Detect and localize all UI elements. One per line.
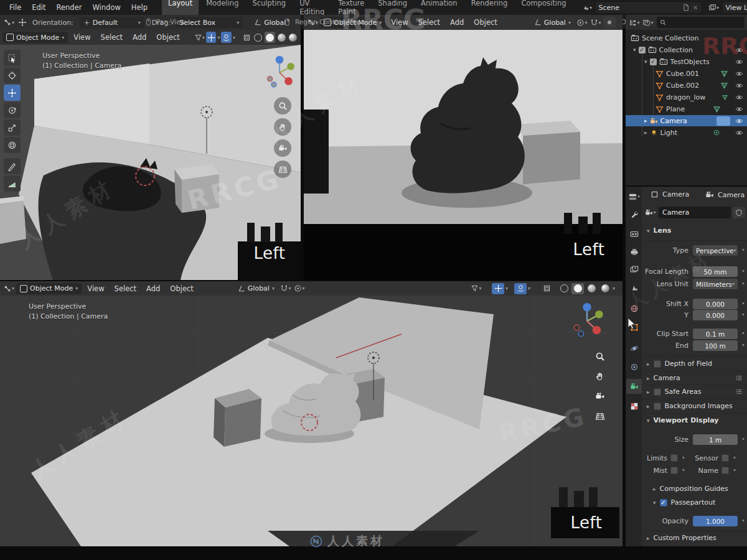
expand-icon[interactable]: ▾: [644, 58, 647, 65]
tab-physics-icon[interactable]: [626, 341, 642, 356]
vp3-snap-icon[interactable]: ▾: [280, 283, 292, 294]
shift-x-field[interactable]: 0.000: [693, 299, 738, 309]
vp3-camera-view-icon[interactable]: [591, 388, 609, 405]
scene-icon[interactable]: ▾: [581, 2, 593, 13]
annotate-tool[interactable]: [4, 158, 21, 174]
outliner-item-cube001[interactable]: Cube.001: [626, 68, 747, 79]
vp3-editor-type-icon[interactable]: ▾: [2, 283, 15, 294]
vp3-shading-solid-icon[interactable]: [571, 283, 584, 294]
tab-view-layer-icon[interactable]: [626, 262, 642, 277]
background-images-checkbox[interactable]: [654, 403, 661, 410]
vp3-mode-dropdown[interactable]: Object Mode▾: [16, 283, 82, 294]
vp3-perspective-toggle-icon[interactable]: [591, 408, 609, 425]
safe-areas-checkbox[interactable]: [654, 388, 661, 396]
vp3-menu-view[interactable]: View: [83, 284, 108, 293]
collection-checkbox[interactable]: ✓: [639, 47, 646, 54]
vp1-navigation-gizmo[interactable]: [261, 54, 298, 90]
clip-end-field[interactable]: 100 m: [693, 340, 738, 351]
shift-y-field[interactable]: 0.000: [693, 310, 738, 320]
vp1-perspective-toggle-icon[interactable]: [274, 161, 291, 178]
outliner-search[interactable]: [657, 17, 745, 28]
clip-start-field[interactable]: 0.1 m: [693, 329, 738, 339]
outliner-item-testobjects[interactable]: ▾ ✓ TestObjects: [626, 56, 747, 67]
camera-datablock-icon[interactable]: ▾: [644, 207, 657, 218]
vp3-zoom-icon[interactable]: [591, 348, 609, 365]
hide-eye-icon[interactable]: [735, 46, 743, 54]
properties-editor-type-icon[interactable]: ▾: [626, 189, 642, 204]
outliner-display-mode-icon[interactable]: ▾: [628, 17, 641, 28]
scene-selector[interactable]: Scene ✕: [595, 1, 702, 14]
viewport1-canvas[interactable]: User Perspective (1) Collection | Camera…: [0, 45, 301, 280]
vp1-camera-view-icon[interactable]: [274, 139, 291, 157]
vp2-transform-space-dropdown[interactable]: Global▾: [530, 17, 575, 28]
viewport2-canvas[interactable]: Left: [304, 30, 622, 280]
vp3-menu-object[interactable]: Object: [166, 284, 197, 293]
limits-checkbox[interactable]: [670, 454, 678, 462]
vp3-select-visibility-icon[interactable]: ▾: [470, 283, 482, 294]
tab-scene-icon[interactable]: [626, 281, 642, 296]
custom-properties-panel[interactable]: ▸Custom Properties: [647, 534, 716, 542]
vp1-mode-dropdown[interactable]: Object Mode▾: [2, 32, 68, 43]
view-layer-selector[interactable]: View Layer ✕: [722, 1, 747, 14]
vp1-shading-rendered-icon[interactable]: [288, 32, 298, 43]
vp3-navigation-gizmo[interactable]: [568, 301, 606, 339]
vp3-pan-icon[interactable]: [591, 368, 609, 385]
vp1-shading-material-icon[interactable]: [276, 32, 287, 43]
datablock-name-field[interactable]: Camera: [659, 207, 731, 218]
hide-eye-icon[interactable]: [735, 105, 743, 113]
tab-tool-icon[interactable]: [626, 207, 642, 222]
hide-eye-icon[interactable]: [735, 82, 743, 90]
vp1-pan-icon[interactable]: [274, 118, 291, 136]
tab-constraints-icon[interactable]: [626, 360, 642, 375]
vp3-transform-space-dropdown[interactable]: Global▾: [234, 283, 278, 294]
panel-menu-icon[interactable]: [735, 374, 743, 382]
hide-eye-icon[interactable]: [735, 117, 743, 125]
expand-icon[interactable]: ▸: [644, 129, 647, 136]
opacity-field[interactable]: 1.000: [693, 516, 738, 526]
vp2-menu-add[interactable]: Add: [446, 18, 468, 27]
sensor-checkbox[interactable]: [721, 454, 729, 462]
vp1-zoom-icon[interactable]: [274, 97, 291, 114]
vp1-xray-icon[interactable]: [242, 32, 252, 43]
menu-render[interactable]: Render: [52, 2, 87, 13]
orientation-dropdown[interactable]: Default▾: [80, 17, 144, 28]
menu-window[interactable]: Window: [87, 2, 125, 13]
depth-of-field-panel[interactable]: ▸ Depth of Field: [647, 360, 712, 368]
cursor-tool[interactable]: [4, 67, 21, 83]
rotate-tool[interactable]: [4, 102, 21, 118]
depth-of-field-checkbox[interactable]: [654, 360, 661, 368]
hide-eye-icon[interactable]: [735, 58, 743, 66]
camera-panel[interactable]: ▸Camera: [647, 374, 680, 382]
outliner-item-light[interactable]: ▸ Light: [626, 127, 747, 138]
vp3-xray-icon[interactable]: [540, 283, 553, 294]
unlink-scene-icon[interactable]: ✕: [693, 4, 698, 11]
transform-tool[interactable]: [4, 137, 21, 153]
vp2-menu-view[interactable]: View: [387, 18, 412, 27]
editor-type-icon[interactable]: ▾: [2, 17, 15, 28]
name-checkbox[interactable]: [721, 467, 729, 474]
breadcrumb-object[interactable]: Camera: [662, 190, 689, 198]
vp1-shading-wireframe-icon[interactable]: [253, 32, 264, 43]
vp3-shading-rendered-icon[interactable]: [599, 283, 611, 294]
mist-checkbox[interactable]: [670, 467, 678, 474]
vp3-overlays-toggle-icon[interactable]: [514, 283, 527, 294]
outliner-item-dragon-low[interactable]: dragon_low: [626, 91, 747, 103]
tab-texture-icon[interactable]: [626, 399, 642, 414]
outliner-item-scene-collection[interactable]: Scene Collection: [626, 32, 747, 44]
vp2-snap-icon[interactable]: ▾: [590, 17, 602, 28]
vp3-proportional-edit-icon[interactable]: ▾: [293, 283, 306, 294]
passepartout-panel[interactable]: ▾✓ Passepartout: [653, 498, 715, 506]
composition-guides-panel[interactable]: ▸Composition Guides: [653, 485, 728, 493]
outliner-item-camera[interactable]: ▸ Camera: [626, 115, 747, 126]
vp3-shading-wireframe-icon[interactable]: [558, 283, 570, 294]
outliner-item-collection[interactable]: ▾ ✓ Collection: [626, 44, 747, 55]
drag-dropdown[interactable]: Select Box▾: [176, 17, 243, 28]
move-tool[interactable]: [4, 85, 21, 101]
vp2-proportional-edit-icon[interactable]: ▾: [576, 17, 588, 28]
background-images-panel[interactable]: ▸ Background Images: [647, 402, 733, 410]
vp1-select-visibility-icon[interactable]: ▾: [194, 32, 205, 43]
lens-panel-header[interactable]: ▾Lens: [647, 226, 671, 235]
vp1-shading-solid-icon[interactable]: [265, 32, 275, 43]
vp3-gizmo-toggle-icon[interactable]: [492, 283, 504, 294]
hide-eye-icon[interactable]: [735, 129, 743, 137]
